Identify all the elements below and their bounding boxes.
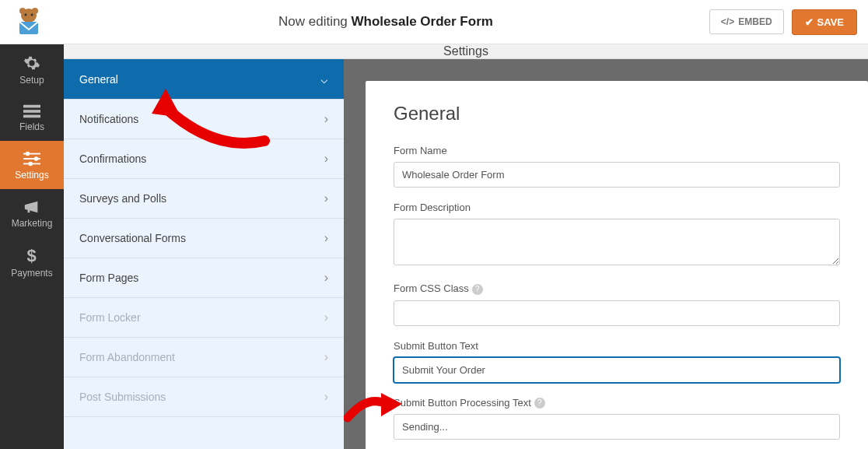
chevron-right-icon: › <box>324 390 328 404</box>
panel-heading: General <box>394 103 840 125</box>
list-icon <box>23 104 40 118</box>
processing-label: Submit Button Processing Text? <box>394 397 840 409</box>
chevron-down-icon: ⌵ <box>320 72 328 86</box>
chevron-right-icon: › <box>324 350 328 364</box>
chevron-right-icon: › <box>324 310 328 324</box>
chevron-right-icon: › <box>324 271 328 285</box>
form-desc-input[interactable] <box>394 219 840 265</box>
sidebar-item-notifications[interactable]: Notifications › <box>64 100 344 139</box>
sidebar-item-postsubmissions[interactable]: Post Submissions › <box>64 377 344 417</box>
svg-point-1 <box>19 8 26 14</box>
svg-point-14 <box>28 162 33 167</box>
nav-settings[interactable]: Settings <box>0 141 64 189</box>
chevron-right-icon: › <box>324 152 328 166</box>
svg-rect-7 <box>23 110 40 113</box>
form-desc-label: Form Description <box>394 202 840 213</box>
logo <box>11 4 47 40</box>
help-icon[interactable]: ? <box>472 284 483 295</box>
help-icon[interactable]: ? <box>534 398 545 409</box>
svg-point-3 <box>25 14 27 16</box>
editing-title: Now editing Wholesale Order Form <box>62 14 709 30</box>
form-title: Wholesale Order Form <box>352 14 493 29</box>
general-panel: General Form Name Form Description Form … <box>366 81 868 449</box>
check-icon: ✔ <box>805 16 814 28</box>
chevron-right-icon: › <box>324 191 328 205</box>
svg-point-2 <box>32 8 38 14</box>
embed-button[interactable]: </> EMBED <box>709 9 784 34</box>
nav-setup[interactable]: Setup <box>0 44 64 94</box>
settings-sidebar: General ⌵ Notifications › Confirmations … <box>64 59 344 449</box>
content-header: Settings <box>64 44 868 59</box>
save-button[interactable]: ✔ SAVE <box>792 9 857 35</box>
editing-prefix: Now editing <box>278 14 348 29</box>
sidebar-item-formlocker[interactable]: Form Locker › <box>64 298 344 338</box>
sidebar-item-general[interactable]: General ⌵ <box>64 59 344 100</box>
sidebar-item-abandonment[interactable]: Form Abandonment › <box>64 338 344 377</box>
svg-rect-8 <box>23 115 40 118</box>
svg-text:$: $ <box>27 247 37 265</box>
css-class-input[interactable] <box>394 300 840 326</box>
top-bar: Now editing Wholesale Order Form </> EMB… <box>0 0 868 44</box>
processing-input[interactable] <box>394 414 840 440</box>
sidebar-item-conversational[interactable]: Conversational Forms › <box>64 219 344 258</box>
dollar-icon: $ <box>25 247 39 265</box>
form-name-label: Form Name <box>394 145 840 156</box>
nav-payments[interactable]: $ Payments <box>0 237 64 287</box>
sidebar-item-surveys[interactable]: Surveys and Polls › <box>64 179 344 219</box>
form-name-input[interactable] <box>394 162 840 188</box>
sidebar-item-confirmations[interactable]: Confirmations › <box>64 139 344 179</box>
code-icon: </> <box>721 16 734 27</box>
chevron-right-icon: › <box>324 112 328 126</box>
css-class-label: Form CSS Class? <box>394 282 840 295</box>
svg-point-4 <box>31 14 33 16</box>
chevron-right-icon: › <box>324 231 328 245</box>
submit-text-input[interactable] <box>394 357 840 383</box>
sliders-icon <box>23 151 40 167</box>
svg-rect-6 <box>23 105 40 108</box>
gear-icon <box>23 54 40 72</box>
megaphone-icon <box>23 199 40 215</box>
left-nav: Setup Fields Settings Marketing $ Paymen… <box>0 44 64 449</box>
nav-marketing[interactable]: Marketing <box>0 189 64 237</box>
sidebar-item-formpages[interactable]: Form Pages › <box>64 258 344 298</box>
submit-text-label: Submit Button Text <box>394 340 840 352</box>
nav-fields[interactable]: Fields <box>0 94 64 141</box>
svg-point-12 <box>34 156 39 161</box>
svg-point-10 <box>26 152 30 156</box>
